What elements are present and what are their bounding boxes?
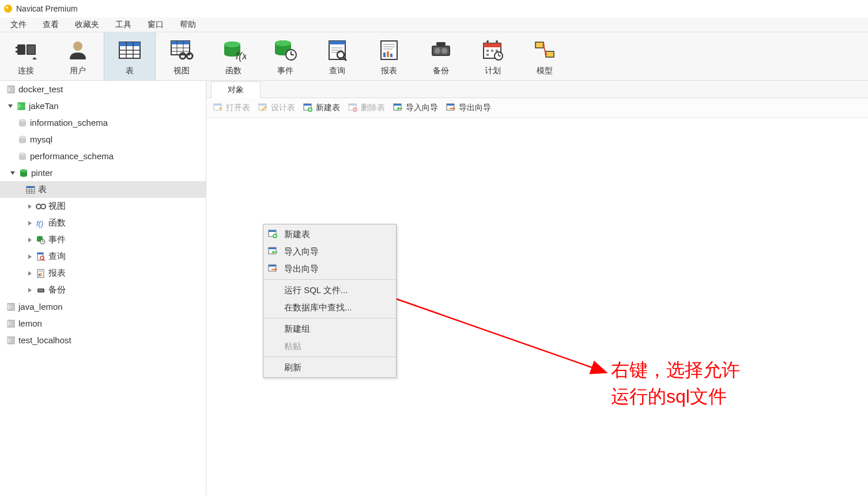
svg-rect-52 <box>484 43 501 47</box>
cm-import-wizard[interactable]: 导入向导 <box>263 243 396 260</box>
tool-report[interactable]: 报表 <box>363 32 415 80</box>
tool-model[interactable]: 模型 <box>519 32 571 80</box>
btn-export-wizard[interactable]: 导出向导 <box>443 101 495 115</box>
expand-toggle-icon[interactable] <box>6 102 15 111</box>
tool-schedule-label: 计划 <box>485 66 501 76</box>
tree-label: 查询 <box>48 251 66 262</box>
object-toolbar: 打开表 设计表 新建表 删除表 导入向导 导出向导 <box>206 98 868 118</box>
connection-docker-test[interactable]: docker_test <box>0 81 206 97</box>
tree-node-events[interactable]: 事件 <box>0 231 206 248</box>
plug-icon <box>13 37 39 63</box>
collapse-toggle-icon[interactable] <box>25 252 35 261</box>
menu-tools[interactable]: 工具 <box>107 18 139 32</box>
svg-rect-4 <box>16 51 17 52</box>
btn-design-table[interactable]: 设计表 <box>255 101 299 115</box>
svg-rect-128 <box>394 104 401 106</box>
collapse-toggle-icon[interactable] <box>25 235 35 245</box>
tool-function[interactable]: f(x) 函数 <box>207 32 259 80</box>
svg-marker-105 <box>28 288 32 292</box>
svg-rect-45 <box>390 54 393 57</box>
svg-point-108 <box>41 289 43 291</box>
svg-marker-7 <box>32 57 37 59</box>
tree-label: 事件 <box>48 234 66 245</box>
tool-backup[interactable]: 备份 <box>415 32 467 80</box>
tree-node-views[interactable]: 视图 <box>0 198 206 215</box>
import-icon <box>393 103 403 113</box>
database-mysql[interactable]: mysql <box>0 131 206 148</box>
tool-user[interactable]: 用户 <box>52 32 104 80</box>
connection-java-lemon[interactable]: java_lemon <box>0 298 206 315</box>
tool-view-label: 视图 <box>173 66 190 76</box>
report-small-icon <box>36 268 46 279</box>
tree-node-tables[interactable]: 表 <box>0 181 206 198</box>
svg-point-22 <box>187 53 193 59</box>
tree-label: test_localhost <box>18 335 71 345</box>
collapse-toggle-icon[interactable] <box>25 202 35 211</box>
tree-node-backups[interactable]: 备份 <box>0 282 206 298</box>
tree-label: 报表 <box>48 268 66 279</box>
tool-schedule[interactable]: 计划 <box>467 32 519 80</box>
cm-label: 导出向导 <box>284 264 319 275</box>
cm-run-sql-file[interactable]: 运行 SQL 文件... <box>263 282 396 299</box>
expand-toggle-icon[interactable] <box>8 168 17 178</box>
svg-point-8 <box>73 42 82 51</box>
svg-rect-57 <box>491 50 493 52</box>
connection-lemon[interactable]: lemon <box>0 315 206 332</box>
cm-new-table[interactable]: 新建表 <box>263 226 396 243</box>
tool-view[interactable]: 视图 <box>156 32 207 80</box>
svg-rect-56 <box>486 54 489 56</box>
open-table-icon <box>213 103 224 113</box>
connection-closed-icon <box>6 318 16 329</box>
btn-label: 导出向导 <box>459 103 491 113</box>
cm-refresh[interactable]: 刷新 <box>263 359 396 376</box>
svg-rect-63 <box>546 51 554 57</box>
svg-point-0 <box>4 5 12 13</box>
svg-point-25 <box>224 42 240 47</box>
tool-query-label: 查询 <box>329 66 345 76</box>
tool-connection[interactable]: 连接 <box>0 32 52 80</box>
connection-test-localhost[interactable]: test_localhost <box>0 332 206 348</box>
tool-table[interactable]: 表 <box>104 32 156 80</box>
cm-find-in-database[interactable]: 在数据库中查找... <box>263 299 396 316</box>
svg-point-28 <box>275 40 291 46</box>
svg-line-38 <box>343 57 346 61</box>
tree-label: 函数 <box>48 217 66 228</box>
collapse-toggle-icon[interactable] <box>25 219 35 228</box>
cm-new-group[interactable]: 新建组 <box>263 320 396 337</box>
cm-paste[interactable]: 粘贴 <box>263 337 396 355</box>
svg-point-65 <box>542 44 545 46</box>
event-icon <box>273 37 298 63</box>
menu-window[interactable]: 窗口 <box>139 18 172 32</box>
cm-label: 粘贴 <box>284 341 301 352</box>
menu-separator <box>264 357 395 357</box>
tree-label: docker_test <box>18 84 63 94</box>
menu-favorites[interactable]: 收藏夹 <box>67 18 107 32</box>
btn-delete-table[interactable]: 删除表 <box>345 101 388 115</box>
cm-export-wizard[interactable]: 导出向导 <box>263 260 396 278</box>
tool-event[interactable]: 事件 <box>259 32 311 80</box>
collapse-toggle-icon[interactable] <box>25 269 35 278</box>
menu-view[interactable]: 查看 <box>35 18 67 32</box>
tool-connection-label: 连接 <box>18 66 34 76</box>
btn-open-table[interactable]: 打开表 <box>210 101 254 115</box>
database-performance-schema[interactable]: performance_schema <box>0 148 206 164</box>
tree-node-queries[interactable]: 查询 <box>0 248 206 265</box>
svg-marker-76 <box>10 171 15 175</box>
btn-new-table[interactable]: 新建表 <box>300 101 344 115</box>
menu-file[interactable]: 文件 <box>2 18 35 32</box>
tree-node-functions[interactable]: f() 函数 <box>0 215 206 231</box>
tree-node-reports[interactable]: 报表 <box>0 265 206 282</box>
database-pinter[interactable]: pinter <box>0 164 206 181</box>
tree-label: 备份 <box>48 284 66 295</box>
database-information-schema[interactable]: information_schema <box>0 114 206 131</box>
tool-query[interactable]: 查询 <box>311 32 363 80</box>
tree-label: performance_schema <box>30 151 114 161</box>
svg-rect-3 <box>16 47 17 48</box>
btn-import-wizard[interactable]: 导入向导 <box>390 101 441 115</box>
svg-marker-85 <box>28 204 32 209</box>
menu-help[interactable]: 帮助 <box>172 18 204 32</box>
connection-jaketan[interactable]: jakeTan <box>0 97 206 114</box>
tab-objects[interactable]: 对象 <box>211 81 261 98</box>
collapse-toggle-icon[interactable] <box>25 286 35 295</box>
tool-event-label: 事件 <box>277 66 293 76</box>
